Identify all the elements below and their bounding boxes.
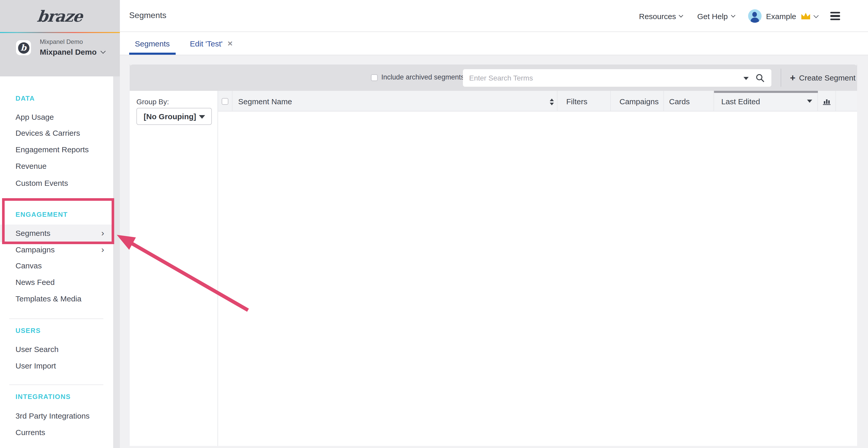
tab-edit-test[interactable]: Edit 'Test' ✕ [184, 32, 239, 55]
active-sort-indicator [714, 91, 818, 93]
sidebar-divider [9, 384, 103, 385]
workspace-switcher[interactable]: b Mixpanel Demo Mixpanel Demo [0, 33, 120, 76]
header-filters[interactable]: Filters [557, 91, 611, 111]
plus-icon: + [790, 73, 796, 82]
avatar-head [752, 12, 757, 17]
search-box [463, 69, 771, 87]
sidebar-section-integrations: INTEGRATIONS [16, 393, 71, 401]
workspace-group-label: Mixpanel Demo [40, 38, 83, 45]
sidebar-item-campaigns[interactable]: Campaigns [16, 245, 55, 255]
sidebar-logo-header: braze [0, 0, 120, 32]
sidebar-item-user-search[interactable]: User Search [16, 344, 59, 354]
header-checkbox-cell [218, 91, 232, 111]
toolbar-divider [781, 69, 781, 87]
sidebar-item-devices-carriers[interactable]: Devices & Carriers [16, 128, 80, 138]
sidebar-item-templates-media[interactable]: Templates & Media [16, 294, 82, 304]
tab-segments[interactable]: Segments [129, 32, 176, 55]
sidebar-section-users: USERS [16, 327, 41, 335]
sidebar-item-custom-events[interactable]: Custom Events [16, 178, 68, 188]
sidebar-item-revenue[interactable]: Revenue [16, 161, 46, 171]
segments-toolbar: Include archived segments + Create Segme… [130, 65, 857, 91]
group-by-label: Group By: [136, 98, 169, 106]
chevron-down-icon [731, 13, 735, 18]
page-title: Segments [129, 11, 166, 20]
sort-icon[interactable] [550, 99, 554, 105]
tab-segments-label: Segments [135, 39, 170, 48]
segments-table-body [218, 111, 857, 446]
header-cards[interactable]: Cards [664, 91, 714, 111]
sidebar-item-canvas[interactable]: Canvas [16, 261, 42, 271]
select-all-checkbox[interactable] [222, 98, 228, 105]
workspace-app-icon: b [16, 40, 31, 55]
sidebar-section-data: DATA [16, 95, 35, 102]
tab-edit-test-label: Edit 'Test' [190, 39, 223, 48]
group-by-panel: Group By: [No Grouping] [130, 91, 218, 446]
sidebar-item-engagement-reports[interactable]: Engagement Reports [16, 144, 89, 155]
active-tab-underline [129, 53, 176, 55]
search-input[interactable] [463, 69, 771, 87]
sidebar-divider [9, 318, 103, 319]
workspace-name[interactable]: Mixpanel Demo [40, 47, 105, 56]
braze-app: braze b Mixpanel Demo Mixpanel Demo DATA… [0, 0, 868, 448]
avatar-body [750, 18, 759, 23]
include-archived-checkbox[interactable] [371, 74, 378, 81]
header-segment-name[interactable]: Segment Name [232, 91, 557, 111]
top-nav: Segments Resources Get Help Example [120, 0, 868, 32]
chevron-down-icon [100, 48, 106, 54]
hamburger-menu-icon[interactable] [830, 12, 840, 21]
bar-chart-icon [822, 97, 831, 105]
content-area: Include archived segments + Create Segme… [120, 55, 868, 448]
sidebar-item-segments[interactable]: Segments [16, 228, 51, 238]
header-last-edited[interactable]: Last Edited [714, 91, 818, 111]
crown-icon [800, 12, 811, 21]
search-icon[interactable] [755, 73, 765, 83]
resources-label: Resources [639, 12, 676, 21]
tab-bar: Segments Edit 'Test' ✕ [120, 32, 868, 55]
chevron-down-icon[interactable] [813, 13, 819, 18]
close-icon[interactable]: ✕ [227, 39, 233, 47]
dropdown-caret-icon [199, 115, 205, 119]
avatar[interactable] [748, 9, 761, 23]
create-segment-button[interactable]: + Create Segment [790, 65, 856, 91]
chevron-right-icon: › [101, 245, 104, 255]
sidebar-section-engagement: ENGAGEMENT [16, 211, 68, 218]
sort-desc-caret-icon[interactable] [807, 100, 812, 103]
braze-logo: braze [36, 7, 84, 25]
group-by-value: [No Grouping] [144, 112, 196, 121]
chevron-down-icon [679, 13, 683, 18]
workspace-name-text: Mixpanel Demo [40, 47, 97, 56]
sidebar-scrollbar[interactable] [113, 76, 120, 448]
braze-b-icon: b [18, 42, 29, 54]
get-help-menu[interactable]: Get Help [697, 12, 735, 21]
group-by-dropdown[interactable]: [No Grouping] [136, 108, 212, 125]
header-chart-toggle[interactable] [818, 91, 836, 111]
header-spacer-cell [836, 91, 857, 111]
search-dropdown-caret-icon[interactable] [743, 77, 749, 80]
segments-table-header: Segment Name Filters Campaigns Cards Las… [218, 91, 857, 111]
sidebar-item-currents[interactable]: Currents [16, 427, 45, 438]
user-name[interactable]: Example [766, 12, 796, 21]
get-help-label: Get Help [697, 12, 728, 21]
chevron-right-icon: › [101, 228, 104, 238]
include-archived-label[interactable]: Include archived segments [381, 73, 464, 81]
resources-menu[interactable]: Resources [639, 12, 683, 21]
sidebar: braze b Mixpanel Demo Mixpanel Demo DATA… [0, 0, 120, 448]
sidebar-item-news-feed[interactable]: News Feed [16, 277, 55, 287]
header-campaigns[interactable]: Campaigns [611, 91, 664, 111]
sidebar-item-user-import[interactable]: User Import [16, 361, 56, 371]
sidebar-item-3rd-party-integrations[interactable]: 3rd Party Integrations [16, 411, 90, 421]
sidebar-item-app-usage[interactable]: App Usage [16, 112, 54, 122]
top-nav-right: Resources Get Help Example [639, 0, 840, 32]
